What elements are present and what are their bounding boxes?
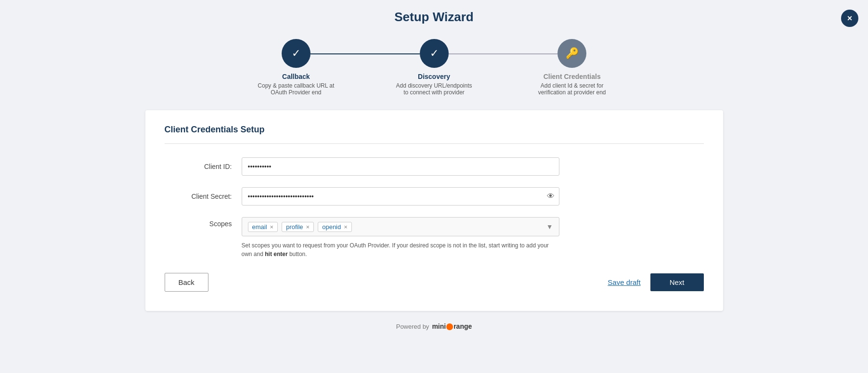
scope-openid-text: openid — [322, 223, 341, 231]
client-id-label: Client ID: — [165, 163, 242, 170]
next-button[interactable]: Next — [650, 273, 704, 291]
client-id-row: Client ID: — [165, 157, 704, 176]
step-discovery-name: Discovery — [396, 73, 473, 80]
step-client-credentials-circle: 🔑 — [557, 39, 586, 68]
card-divider — [165, 143, 704, 144]
step-client-credentials-label: Client Credentials Add client Id & secre… — [533, 73, 610, 96]
step-callback: ✓ Callback Copy & paste callback URL at … — [227, 39, 365, 96]
main-card: Client Credentials Setup Client ID: Clie… — [145, 110, 723, 311]
client-secret-input[interactable] — [242, 187, 559, 206]
stepper: ✓ Callback Copy & paste callback URL at … — [227, 39, 641, 96]
step-client-credentials: 🔑 Client Credentials Add client Id & sec… — [503, 39, 641, 96]
scope-tag-email[interactable]: email × — [248, 222, 278, 232]
scopes-input-wrapper[interactable]: email × profile × openid × ▼ — [242, 217, 559, 236]
close-icon: × — [847, 13, 853, 24]
scopes-hint-end: button. — [289, 251, 307, 257]
step-discovery: ✓ Discovery Add discovery URL/endpoints … — [365, 39, 503, 96]
scopes-hint-bold: hit enter — [265, 251, 287, 257]
step-discovery-circle: ✓ — [420, 39, 449, 68]
footer-right: Save draft Next — [608, 273, 703, 291]
scope-openid-remove[interactable]: × — [344, 223, 348, 231]
card-footer: Back Save draft Next — [165, 273, 704, 292]
scope-profile-text: profile — [286, 223, 303, 231]
scopes-hint: Set scopes you want to request from your… — [242, 241, 559, 258]
scope-email-remove[interactable]: × — [270, 223, 274, 231]
scopes-dropdown-arrow[interactable]: ▼ — [544, 223, 555, 231]
client-secret-label: Client Secret: — [165, 193, 242, 200]
step-callback-label: Callback Copy & paste callback URL at OA… — [258, 73, 335, 96]
step-callback-circle: ✓ — [282, 39, 311, 68]
connector-1 — [311, 53, 420, 54]
mini-orange-logo: minirange — [432, 322, 472, 330]
card-title: Client Credentials Setup — [165, 125, 704, 135]
step-callback-desc: Copy & paste callback URL at OAuth Provi… — [258, 82, 335, 96]
client-secret-row: Client Secret: 👁 — [165, 187, 704, 206]
client-id-input[interactable] — [242, 157, 559, 176]
step-client-credentials-name: Client Credentials — [533, 73, 610, 80]
step-callback-name: Callback — [258, 73, 335, 80]
step-client-credentials-desc: Add client Id & secret for verification … — [533, 82, 610, 96]
toggle-password-icon[interactable]: 👁 — [547, 192, 555, 201]
scope-profile-remove[interactable]: × — [306, 223, 310, 231]
scopes-label: Scopes — [165, 217, 242, 228]
brand-range: range — [453, 322, 472, 330]
brand-mini: mini — [432, 322, 446, 330]
scope-tag-openid[interactable]: openid × — [318, 222, 352, 232]
close-button[interactable]: × — [841, 10, 858, 27]
powered-by-text: Powered by — [396, 323, 429, 330]
scopes-row: Scopes email × profile × openid × ▼ — [165, 217, 704, 236]
save-draft-button[interactable]: Save draft — [608, 278, 640, 286]
step-discovery-label: Discovery Add discovery URL/endpoints to… — [396, 73, 473, 96]
client-secret-wrapper: 👁 — [242, 187, 559, 206]
step-discovery-desc: Add discovery URL/endpoints to connect w… — [396, 82, 473, 96]
scope-tag-profile[interactable]: profile × — [282, 222, 314, 232]
page-title: Setup Wizard — [394, 10, 473, 25]
scopes-hint-text: Set scopes you want to request from your… — [242, 242, 549, 257]
key-icon: 🔑 — [566, 47, 579, 60]
scope-email-text: email — [252, 223, 267, 231]
powered-by: Powered by minirange — [396, 322, 472, 330]
orange-icon — [446, 323, 453, 330]
connector-2 — [449, 53, 558, 54]
back-button[interactable]: Back — [165, 273, 208, 292]
